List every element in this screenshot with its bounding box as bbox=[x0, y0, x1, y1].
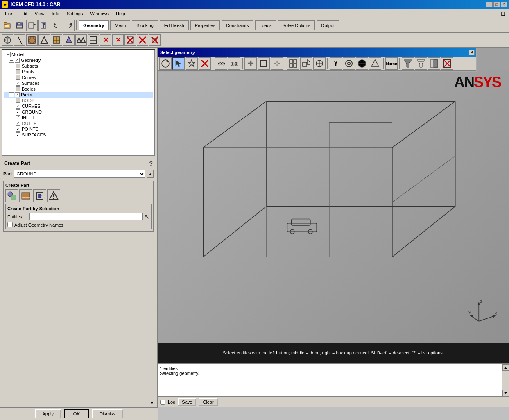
tree-check-bodies[interactable] bbox=[16, 86, 20, 91]
tree-check-surfaces-part[interactable] bbox=[16, 132, 20, 137]
panel-scroll-down[interactable]: ▼ bbox=[149, 400, 155, 406]
tab-geometry[interactable]: Geometry bbox=[79, 20, 109, 30]
dialog-close-button[interactable]: ✕ bbox=[469, 50, 475, 55]
toolbar-geom-13[interactable] bbox=[149, 34, 161, 46]
minimize-button[interactable]: ─ bbox=[486, 2, 493, 7]
toolbar-geom-11[interactable] bbox=[124, 34, 136, 46]
panel-question-icon[interactable]: ? bbox=[149, 160, 153, 167]
dialog-tool-star-select[interactable] bbox=[186, 57, 198, 70]
dialog-tool-eye-pair[interactable]: ◎◎ bbox=[228, 57, 240, 70]
dialog-tool-binocular[interactable]: ⊙⊙ bbox=[215, 57, 227, 70]
toolbar-geom-5[interactable] bbox=[51, 34, 62, 46]
save-log-button[interactable]: Save bbox=[178, 398, 196, 406]
toolbar-export-btn[interactable] bbox=[38, 20, 50, 31]
menu-info[interactable]: Info bbox=[48, 10, 62, 17]
dialog-tool-name[interactable]: Name bbox=[385, 57, 398, 70]
part-select[interactable]: GROUND BODY CURVES INLET OUTLET POINTS S… bbox=[14, 170, 145, 178]
adjust-geometry-checkbox[interactable] bbox=[7, 222, 13, 227]
dialog-tool-select2[interactable] bbox=[313, 57, 326, 70]
log-area[interactable]: 1 entities Selecting geometry. ▲ ▼ bbox=[158, 364, 509, 397]
dialog-tool-cross[interactable]: ✚ bbox=[244, 57, 257, 70]
toolbar-geom-10[interactable]: ✕ bbox=[112, 34, 124, 46]
apply-button[interactable]: Apply bbox=[35, 409, 61, 418]
log-scroll-down[interactable]: ▼ bbox=[502, 390, 509, 396]
dialog-tool-select-shape[interactable] bbox=[300, 57, 312, 70]
toolbar-open-btn[interactable] bbox=[2, 20, 13, 31]
dialog-tool-filter4[interactable] bbox=[441, 57, 453, 70]
tree-check-parts[interactable] bbox=[15, 92, 20, 97]
tree-item-ground[interactable]: GROUND bbox=[4, 109, 153, 115]
log-scroll-up[interactable]: ▲ bbox=[502, 364, 509, 371]
viewport[interactable]: ANSYS bbox=[158, 70, 509, 343]
dialog-tool-triangle[interactable] bbox=[369, 57, 381, 70]
tree-item-body[interactable]: BODY bbox=[4, 98, 153, 103]
tree-check-curves-part[interactable] bbox=[16, 104, 20, 109]
dialog-tool-circle-target[interactable] bbox=[343, 57, 355, 70]
tree-check-ground[interactable] bbox=[16, 109, 20, 114]
tree-view[interactable]: ─ Model ─ Geometry Subsets Points bbox=[2, 49, 155, 156]
tree-item-curves[interactable]: Curves bbox=[4, 75, 153, 80]
toolbar-redo-btn[interactable] bbox=[63, 20, 75, 31]
maximize-button[interactable]: □ bbox=[493, 2, 500, 7]
dialog-tool-delete[interactable] bbox=[199, 57, 211, 70]
create-part-icon-2[interactable] bbox=[19, 189, 32, 202]
dialog-tool-sphere[interactable] bbox=[356, 57, 368, 70]
dialog-tool-rotate[interactable] bbox=[159, 57, 172, 70]
toolbar-geom-9[interactable]: ✕ bbox=[100, 34, 111, 46]
dialog-tool-filter2[interactable] bbox=[415, 57, 427, 70]
tab-solve-options[interactable]: Solve Options bbox=[278, 20, 315, 30]
create-part-icon-4[interactable] bbox=[47, 189, 60, 202]
title-bar-controls[interactable]: ─ □ ✕ bbox=[486, 2, 507, 7]
dialog-tool-cursor-select[interactable]: ⊹ bbox=[271, 57, 283, 70]
tree-check-geometry[interactable] bbox=[15, 58, 20, 63]
toolbar-geom-7[interactable] bbox=[75, 34, 87, 46]
tab-blocking[interactable]: Blocking bbox=[132, 20, 158, 30]
close-button[interactable]: ✕ bbox=[501, 2, 507, 7]
tree-item-surfaces-part[interactable]: SURFACES bbox=[4, 132, 153, 138]
log-checkbox[interactable] bbox=[160, 400, 165, 405]
dialog-tool-filter1[interactable] bbox=[402, 57, 414, 70]
tree-check-subsets[interactable] bbox=[16, 64, 20, 68]
create-part-icon-1[interactable] bbox=[5, 189, 18, 202]
toolbar-geom-12[interactable] bbox=[137, 34, 148, 46]
tree-check-surfaces[interactable] bbox=[16, 81, 20, 86]
menu-file[interactable]: File bbox=[2, 10, 16, 17]
dialog-tool-select-arrow[interactable] bbox=[172, 57, 185, 70]
tree-item-outlet[interactable]: OUTLET bbox=[4, 120, 153, 126]
tree-item-bodies[interactable]: Bodies bbox=[4, 86, 153, 92]
dialog-tool-y-shape[interactable]: Υ bbox=[330, 57, 342, 70]
tree-check-points[interactable] bbox=[16, 69, 20, 74]
toolbar-geom-8[interactable] bbox=[88, 34, 99, 46]
tree-check-curves[interactable] bbox=[16, 75, 20, 80]
tree-item-parts[interactable]: ─ Parts bbox=[4, 92, 153, 98]
menu-windows[interactable]: Windows bbox=[87, 10, 112, 17]
menu-edit[interactable]: Edit bbox=[16, 10, 31, 17]
toolbar-geom-6[interactable] bbox=[63, 34, 75, 46]
tree-item-geometry[interactable]: ─ Geometry bbox=[4, 57, 153, 63]
tab-edit-mesh[interactable]: Edit Mesh bbox=[160, 20, 189, 30]
tab-loads[interactable]: Loads bbox=[255, 20, 276, 30]
clear-log-button[interactable]: Clear bbox=[199, 398, 217, 406]
tree-item-model[interactable]: ─ Model bbox=[4, 52, 153, 57]
tree-expand-model[interactable]: ─ bbox=[6, 52, 11, 57]
tree-item-surfaces[interactable]: Surfaces bbox=[4, 80, 153, 86]
toolbar-geom-4[interactable] bbox=[38, 34, 50, 46]
tree-item-points[interactable]: Points bbox=[4, 69, 153, 75]
tree-check-body[interactable] bbox=[16, 98, 20, 103]
tab-properties[interactable]: Properties bbox=[190, 20, 220, 30]
tree-expand-parts[interactable]: ─ bbox=[9, 92, 14, 97]
dismiss-button[interactable]: Dismiss bbox=[92, 409, 123, 418]
ok-button[interactable]: OK bbox=[64, 409, 89, 418]
tab-constraints[interactable]: Constraints bbox=[222, 20, 253, 30]
entities-input[interactable] bbox=[29, 213, 143, 220]
tree-item-points-part[interactable]: POINTS bbox=[4, 126, 153, 132]
menu-help[interactable]: Help bbox=[113, 10, 129, 17]
tree-expand-geometry[interactable]: ─ bbox=[9, 58, 14, 63]
part-scroll-up[interactable]: ▲ bbox=[147, 170, 154, 178]
tree-check-inlet[interactable] bbox=[16, 115, 20, 120]
tab-mesh[interactable]: Mesh bbox=[110, 20, 130, 30]
toolbar-geom-1[interactable] bbox=[2, 34, 13, 46]
toolbar-save-btn[interactable] bbox=[14, 20, 25, 31]
toolbar-geom-3[interactable] bbox=[26, 34, 38, 46]
tree-item-curves-part[interactable]: CURVES bbox=[4, 103, 153, 109]
